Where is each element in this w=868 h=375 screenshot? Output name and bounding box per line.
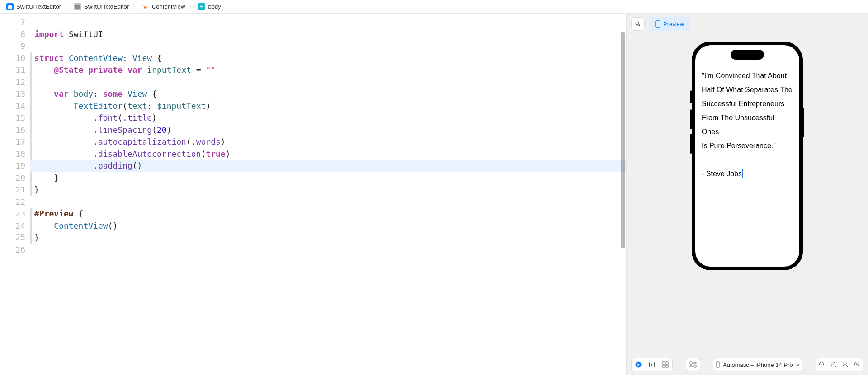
- live-preview-button[interactable]: [632, 358, 645, 371]
- breadcrumb-project[interactable]: SwiftUITextEditor: [5, 3, 63, 10]
- svg-rect-11: [716, 362, 720, 367]
- zoom-actual-icon: 1: [830, 361, 837, 368]
- preview-button-label: Preview: [663, 21, 684, 28]
- svg-line-23: [858, 366, 860, 368]
- text-line: Successful Entrepreneurs: [702, 97, 793, 111]
- text-line: Is Pure Perseverance.": [702, 139, 793, 153]
- zoom-controls: 1: [816, 358, 863, 371]
- folder-icon: [74, 3, 81, 10]
- sliders-icon: [689, 361, 697, 368]
- grid-icon: [662, 361, 669, 368]
- text-line: Half Of What Separates The: [702, 83, 793, 97]
- variants-preview-button[interactable]: [659, 358, 672, 371]
- text-cursor: [742, 169, 743, 178]
- chevron-right-icon: 〉: [63, 3, 72, 11]
- selectable-preview-button[interactable]: [645, 358, 659, 371]
- breadcrumb-symbol[interactable]: P body: [196, 3, 222, 10]
- breadcrumb-group-label: SwiftUITextEditor: [84, 3, 129, 10]
- text-line: "I'm Convinced That About: [702, 69, 793, 83]
- preview-canvas[interactable]: "I'm Convinced That About Half Of What S…: [627, 34, 868, 375]
- zoom-out-button[interactable]: [816, 358, 828, 371]
- breadcrumb-project-label: SwiftUITextEditor: [16, 3, 61, 10]
- preview-button[interactable]: Preview: [649, 17, 690, 31]
- code-editor[interactable]: 78910 11121314 15161718 19202122 2324252…: [0, 14, 626, 375]
- cursor-arrow-icon: [649, 361, 655, 368]
- preview-icon: [655, 20, 660, 28]
- preview-mode-segment[interactable]: [631, 358, 673, 371]
- line-number-gutter: 78910 11121314 15161718 19202122 2324252…: [0, 14, 30, 375]
- svg-rect-7: [690, 362, 692, 364]
- device-frame: "I'm Convinced That About Half Of What S…: [692, 42, 803, 270]
- svg-rect-3: [663, 362, 665, 364]
- zoom-actual-button[interactable]: 1: [828, 358, 840, 371]
- breadcrumb-symbol-label: body: [208, 3, 221, 10]
- chevron-right-icon: 〉: [187, 3, 196, 11]
- pin-preview-button[interactable]: [631, 17, 645, 31]
- pin-icon: [635, 21, 641, 27]
- svg-line-16: [835, 366, 836, 368]
- chevron-down-icon: [796, 362, 800, 367]
- text-line: - Steve Jobs: [702, 167, 793, 181]
- zoom-out-icon: [819, 361, 825, 368]
- code-body[interactable]: import SwiftUI struct ContentView: View …: [30, 14, 626, 375]
- device-selector-label: Automatic – iPhone 14 Pro: [723, 361, 793, 368]
- device-selector[interactable]: Automatic – iPhone 14 Pro: [713, 358, 802, 371]
- swift-file-icon: [142, 3, 149, 10]
- phone-icon: [716, 361, 720, 368]
- device-settings-button[interactable]: [686, 358, 700, 371]
- svg-rect-6: [666, 365, 668, 367]
- play-fill-icon: [635, 361, 642, 368]
- chevron-right-icon: 〉: [131, 3, 140, 11]
- text-line: [702, 153, 793, 167]
- preview-pane: Preview "I'm Convinced That About Half O…: [626, 14, 868, 375]
- editor-scrollbar[interactable]: [620, 32, 626, 267]
- svg-rect-4: [666, 362, 668, 364]
- property-icon: P: [198, 3, 205, 10]
- svg-rect-9: [690, 366, 692, 367]
- zoom-fit-button[interactable]: [840, 358, 851, 371]
- text-editor-content[interactable]: "I'm Convinced That About Half Of What S…: [695, 45, 799, 267]
- svg-rect-0: [656, 21, 660, 27]
- svg-line-19: [846, 366, 848, 368]
- svg-rect-10: [694, 365, 696, 367]
- zoom-in-button[interactable]: [851, 358, 863, 371]
- svg-text:1: 1: [832, 363, 834, 366]
- svg-line-13: [823, 366, 825, 368]
- zoom-in-icon: [854, 361, 860, 368]
- zoom-fit-icon: [842, 361, 849, 368]
- breadcrumb-file[interactable]: ContentView: [140, 3, 187, 10]
- svg-rect-5: [663, 365, 665, 367]
- text-line: From The Unsucessful Ones: [702, 111, 793, 139]
- xcode-project-icon: [6, 3, 14, 10]
- breadcrumb: SwiftUITextEditor 〉 SwiftUITextEditor 〉 …: [0, 0, 868, 14]
- breadcrumb-file-label: ContentView: [152, 3, 185, 10]
- svg-rect-8: [694, 362, 696, 364]
- breadcrumb-group[interactable]: SwiftUITextEditor: [72, 3, 131, 10]
